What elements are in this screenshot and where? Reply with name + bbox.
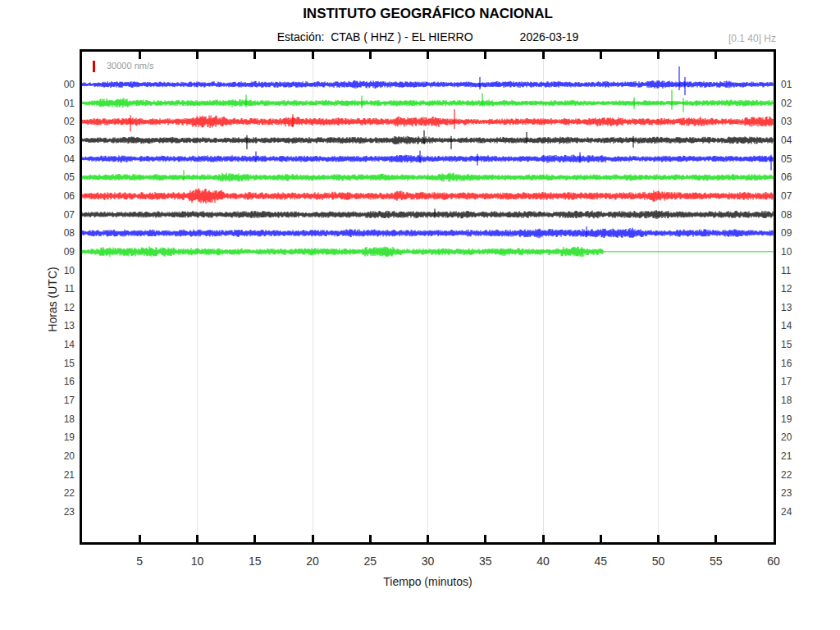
hour-label-left-18: 18 bbox=[47, 413, 75, 426]
x-tick-label-15: 15 bbox=[239, 555, 272, 568]
hour-label-left-15: 15 bbox=[47, 357, 75, 370]
date-label: 2026-03-19 bbox=[520, 30, 579, 43]
hour-label-right-11: 11 bbox=[781, 264, 809, 277]
x-tick-label-60: 60 bbox=[757, 555, 790, 568]
hour-label-left-07: 07 bbox=[47, 208, 75, 221]
hour-label-left-19: 19 bbox=[47, 431, 75, 444]
hour-label-right-06: 06 bbox=[781, 171, 809, 184]
x-axis-label: Tiempo (minutos) bbox=[80, 575, 776, 588]
x-tick-label-50: 50 bbox=[642, 555, 675, 568]
x-tick-label-25: 25 bbox=[354, 555, 386, 568]
hour-label-right-18: 18 bbox=[781, 394, 809, 407]
page-title: INSTITUTO GEOGRÁFICO NACIONAL bbox=[80, 6, 776, 22]
x-tick-label-10: 10 bbox=[181, 555, 214, 568]
hour-label-right-22: 22 bbox=[781, 468, 809, 482]
hour-label-right-10: 10 bbox=[781, 245, 809, 258]
hour-label-right-16: 16 bbox=[781, 357, 809, 370]
hour-label-left-14: 14 bbox=[47, 338, 75, 351]
hour-label-right-23: 23 bbox=[781, 486, 809, 500]
hour-label-left-22: 22 bbox=[47, 486, 75, 500]
hour-label-left-06: 06 bbox=[47, 189, 75, 203]
hour-label-left-21: 21 bbox=[47, 468, 75, 482]
x-tick-label-40: 40 bbox=[527, 555, 559, 568]
scale-label: 30000 nm/s bbox=[107, 61, 153, 71]
hour-label-left-23: 23 bbox=[47, 505, 75, 518]
filter-band-label: [0.1 40] Hz bbox=[612, 33, 776, 44]
hour-label-left-03: 03 bbox=[47, 134, 75, 147]
hour-label-left-08: 08 bbox=[47, 226, 75, 240]
scale-marker-icon bbox=[93, 61, 95, 72]
x-tick-label-30: 30 bbox=[412, 555, 445, 568]
hour-label-right-03: 03 bbox=[781, 115, 809, 128]
hour-label-left-16: 16 bbox=[47, 375, 75, 388]
hour-label-left-17: 17 bbox=[47, 394, 75, 407]
hour-label-right-13: 13 bbox=[781, 301, 809, 314]
y-axis-label: Horas (UTC) bbox=[46, 267, 59, 331]
x-tick-label-45: 45 bbox=[584, 555, 617, 568]
hour-label-right-07: 07 bbox=[781, 189, 809, 203]
x-tick-label-20: 20 bbox=[296, 555, 329, 568]
hour-label-left-04: 04 bbox=[47, 153, 75, 166]
hour-label-right-05: 05 bbox=[781, 153, 809, 166]
hour-label-left-09: 09 bbox=[47, 245, 75, 258]
helicorder-plot: 30000 nm/s bbox=[80, 49, 776, 545]
hour-label-left-20: 20 bbox=[47, 450, 75, 463]
hour-label-right-09: 09 bbox=[781, 226, 809, 240]
hour-label-right-01: 01 bbox=[781, 78, 809, 91]
hour-label-left-00: 00 bbox=[47, 78, 75, 91]
hour-label-right-08: 08 bbox=[781, 208, 809, 221]
station-label: Estación: CTAB ( HHZ ) - EL HIERRO bbox=[277, 30, 473, 43]
hour-label-right-04: 04 bbox=[781, 134, 809, 147]
x-tick-label-55: 55 bbox=[700, 555, 733, 568]
hour-label-right-14: 14 bbox=[781, 319, 809, 332]
hour-label-left-05: 05 bbox=[47, 171, 75, 184]
hour-label-right-21: 21 bbox=[781, 450, 809, 463]
hour-label-right-24: 24 bbox=[781, 505, 809, 518]
hour-label-right-02: 02 bbox=[781, 97, 809, 110]
x-tick-label-35: 35 bbox=[469, 555, 502, 568]
hour-label-right-20: 20 bbox=[781, 431, 809, 444]
hour-label-left-02: 02 bbox=[47, 115, 75, 128]
hour-label-right-17: 17 bbox=[781, 375, 809, 388]
hour-label-right-15: 15 bbox=[781, 338, 809, 351]
x-tick-label-5: 5 bbox=[123, 555, 156, 568]
hour-label-right-12: 12 bbox=[781, 282, 809, 295]
seismogram-canvas bbox=[82, 52, 774, 542]
hour-label-left-01: 01 bbox=[47, 97, 75, 110]
hour-label-right-19: 19 bbox=[781, 413, 809, 426]
